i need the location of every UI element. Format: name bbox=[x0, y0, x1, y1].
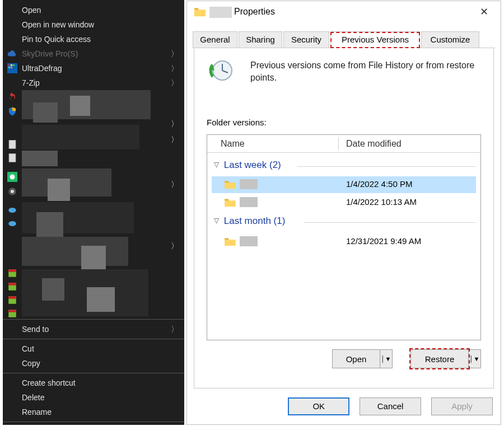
list-label: Folder versions: bbox=[207, 118, 267, 127]
chevron-right-icon: 〉 bbox=[171, 241, 179, 251]
tab-general[interactable]: General bbox=[193, 31, 237, 48]
titlebar: Properties ✕ bbox=[187, 1, 501, 24]
context-menu: Open Open in new window Pin to Quick acc… bbox=[3, 0, 184, 425]
svg-point-9 bbox=[10, 175, 15, 180]
version-row[interactable]: 1/4/2022 4:50 PM bbox=[212, 176, 476, 193]
chevron-down-icon: ▽ bbox=[214, 161, 219, 168]
archive-icon bbox=[7, 295, 17, 305]
group-rule bbox=[304, 222, 476, 223]
group-rule bbox=[297, 166, 476, 167]
action-button-bar: Open │▼ Restore │▼ bbox=[207, 349, 481, 369]
column-separator[interactable] bbox=[338, 137, 339, 150]
ctx-pin-quick-access[interactable]: Pin to Quick access bbox=[3, 32, 184, 46]
svg-rect-21 bbox=[8, 310, 16, 312]
cloud-icon bbox=[7, 218, 17, 228]
properties-dialog: Properties ✕ General Sharing Security Pr… bbox=[186, 1, 501, 425]
document-icon bbox=[7, 139, 17, 149]
separator bbox=[3, 422, 184, 422]
separator bbox=[3, 373, 184, 373]
date-modified: 1/4/2022 10:13 AM bbox=[346, 197, 417, 207]
restore-dropdown[interactable]: │▼ bbox=[469, 349, 481, 368]
svg-rect-5 bbox=[11, 67, 12, 68]
version-row[interactable]: 12/31/2021 9:49 AM bbox=[212, 233, 476, 250]
ctx-open[interactable]: Open bbox=[3, 3, 184, 17]
group-last-week[interactable]: ▽ Last week (2) bbox=[214, 160, 281, 171]
folder-icon bbox=[224, 236, 236, 246]
file-history-icon bbox=[207, 58, 234, 82]
tab-previous-versions[interactable]: Previous Versions bbox=[330, 31, 420, 48]
svg-rect-1 bbox=[8, 64, 10, 66]
censored-region: 〉 〉 〉 〉 bbox=[3, 90, 184, 317]
ctx-open-new-window[interactable]: Open in new window bbox=[3, 17, 184, 32]
version-row[interactable]: 1/4/2022 10:13 AM bbox=[212, 194, 476, 211]
chevron-right-icon: 〉 bbox=[171, 61, 179, 76]
gear-icon bbox=[7, 186, 17, 196]
folder-icon bbox=[194, 6, 206, 17]
svg-rect-7 bbox=[9, 154, 16, 162]
chevron-right-icon: 〉 bbox=[171, 76, 179, 90]
open-dropdown[interactable]: │▼ bbox=[380, 349, 393, 368]
archive-icon bbox=[7, 308, 17, 319]
chevron-right-icon: 〉 bbox=[171, 46, 179, 61]
ctx-skydrive-pro: SkyDrive Pro(S) 〉 bbox=[3, 46, 184, 61]
chevron-right-icon: 〉 bbox=[171, 119, 179, 129]
cloud-icon bbox=[7, 204, 17, 214]
svg-rect-15 bbox=[8, 269, 16, 272]
tab-body: Previous versions come from File History… bbox=[194, 48, 494, 388]
restore-button[interactable]: Restore bbox=[410, 349, 469, 368]
shield-icon bbox=[7, 106, 17, 116]
svg-rect-4 bbox=[8, 67, 10, 68]
chevron-right-icon: 〉 bbox=[171, 180, 179, 190]
tab-security[interactable]: Security bbox=[283, 31, 329, 48]
document-icon bbox=[7, 153, 17, 163]
dialog-title: Properties bbox=[234, 7, 275, 17]
date-modified: 1/4/2022 4:50 PM bbox=[346, 179, 412, 189]
restore-split-button[interactable]: Restore │▼ bbox=[410, 349, 481, 368]
open-split-button[interactable]: Open │▼ bbox=[332, 349, 393, 368]
ctx-create-shortcut[interactable]: Create shortcut bbox=[3, 376, 184, 390]
chevron-down-icon: ▽ bbox=[214, 217, 219, 224]
ctx-delete[interactable]: Delete bbox=[3, 390, 184, 405]
ctx-send-to[interactable]: Send to 〉 bbox=[3, 322, 184, 336]
undo-icon bbox=[7, 92, 17, 102]
date-modified: 12/31/2021 9:49 AM bbox=[346, 236, 421, 246]
svg-point-11 bbox=[11, 190, 14, 193]
separator bbox=[3, 319, 184, 320]
folder-name-censored bbox=[240, 236, 258, 246]
description-text: Previous versions come from File History… bbox=[250, 59, 477, 84]
tab-customize[interactable]: Customize bbox=[421, 31, 479, 48]
svg-rect-3 bbox=[13, 64, 15, 66]
ctx-cut[interactable]: Cut bbox=[3, 341, 184, 356]
folder-name-censored bbox=[240, 197, 258, 207]
app-icon bbox=[7, 172, 17, 182]
chevron-right-icon: 〉 bbox=[171, 135, 179, 145]
ctx-ultradefrag[interactable]: UltraDefrag 〉 bbox=[3, 61, 184, 76]
folder-icon bbox=[224, 197, 236, 207]
column-name[interactable]: Name bbox=[221, 135, 245, 153]
ok-button[interactable]: OK bbox=[288, 397, 349, 415]
tab-sharing[interactable]: Sharing bbox=[239, 31, 282, 48]
svg-rect-19 bbox=[8, 296, 16, 299]
apply-button: Apply bbox=[431, 397, 493, 415]
folder-name-censored bbox=[240, 179, 258, 189]
separator bbox=[3, 339, 184, 339]
svg-point-13 bbox=[8, 221, 16, 226]
open-button[interactable]: Open bbox=[332, 349, 380, 368]
folder-name-censored bbox=[209, 7, 232, 18]
svg-point-12 bbox=[8, 208, 16, 213]
archive-icon bbox=[7, 282, 17, 292]
group-last-month[interactable]: ▽ Last month (1) bbox=[214, 216, 285, 227]
ctx-copy[interactable]: Copy bbox=[3, 356, 184, 371]
ctx-7zip[interactable]: 7-Zip 〉 bbox=[3, 76, 184, 90]
archive-icon bbox=[7, 268, 17, 278]
tab-strip: General Sharing Security Previous Versio… bbox=[193, 31, 495, 48]
chevron-right-icon: 〉 bbox=[171, 322, 179, 336]
close-button[interactable]: ✕ bbox=[470, 2, 497, 21]
list-header: Name Date modified bbox=[207, 135, 480, 153]
ctx-rename[interactable]: Rename bbox=[3, 405, 184, 419]
column-date-modified[interactable]: Date modified bbox=[346, 135, 402, 153]
versions-list[interactable]: Name Date modified ▽ Last week (2) 1/4/2… bbox=[207, 134, 481, 340]
svg-rect-6 bbox=[9, 141, 16, 149]
folder-icon bbox=[224, 179, 236, 189]
cancel-button[interactable]: Cancel bbox=[360, 397, 421, 415]
